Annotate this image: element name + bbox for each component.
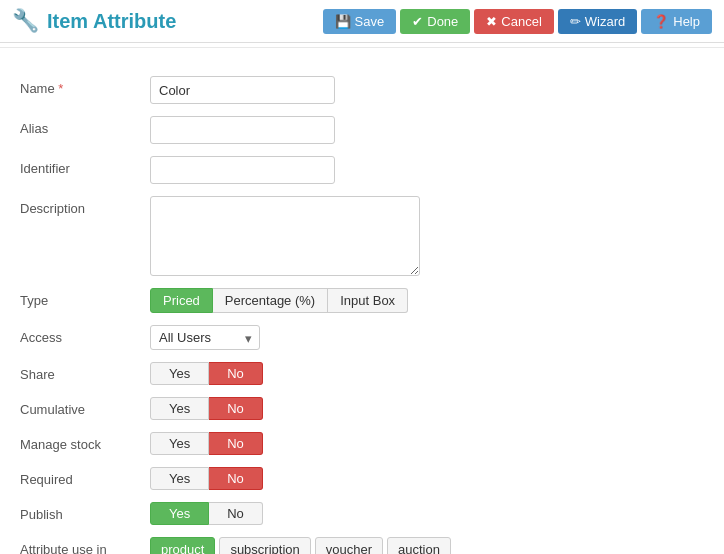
cancel-button[interactable]: ✖ Cancel	[474, 9, 553, 34]
type-inputbox-button[interactable]: Input Box	[328, 288, 408, 313]
alias-label: Alias	[20, 116, 150, 136]
form-area: Name * Alias Identifier Description Type…	[0, 60, 724, 554]
access-row: Access All Users Logged In Guest	[20, 325, 704, 350]
manage-stock-label: Manage stock	[20, 432, 150, 452]
cumulative-no-button[interactable]: No	[209, 397, 263, 420]
required-yes-button[interactable]: Yes	[150, 467, 209, 490]
attr-use-in-label: Attribute use in	[20, 537, 150, 554]
publish-toggle: Yes No	[150, 502, 263, 525]
share-row: Share Yes No	[20, 362, 704, 385]
name-input[interactable]	[150, 76, 335, 104]
attr-voucher-button[interactable]: voucher	[315, 537, 383, 554]
cumulative-row: Cumulative Yes No	[20, 397, 704, 420]
wizard-icon: ✏	[570, 14, 581, 29]
required-label: Required	[20, 467, 150, 487]
cumulative-toggle: Yes No	[150, 397, 263, 420]
type-label: Type	[20, 288, 150, 308]
attr-subscription-button[interactable]: subscription	[219, 537, 310, 554]
save-button[interactable]: 💾 Save	[323, 9, 397, 34]
top-buttons: 💾 Save ✔ Done ✖ Cancel ✏ Wizard ❓ Help	[323, 9, 712, 34]
name-row: Name *	[20, 76, 704, 104]
top-bar: 🔧 Item Attribute 💾 Save ✔ Done ✖ Cancel …	[0, 0, 724, 43]
page-title-text: Item Attribute	[47, 10, 176, 33]
alias-row: Alias	[20, 116, 704, 144]
manage-stock-yes-button[interactable]: Yes	[150, 432, 209, 455]
description-input[interactable]	[150, 196, 420, 276]
access-select[interactable]: All Users Logged In Guest	[150, 325, 260, 350]
name-required: *	[58, 81, 63, 96]
share-no-button[interactable]: No	[209, 362, 263, 385]
identifier-row: Identifier	[20, 156, 704, 184]
access-label: Access	[20, 325, 150, 345]
type-priced-button[interactable]: Priced	[150, 288, 213, 313]
description-label: Description	[20, 196, 150, 216]
share-label: Share	[20, 362, 150, 382]
attr-use-in-button-group: product subscription voucher auction	[150, 537, 451, 554]
type-button-group: Priced Percentage (%) Input Box	[150, 288, 408, 313]
manage-stock-row: Manage stock Yes No	[20, 432, 704, 455]
manage-stock-toggle: Yes No	[150, 432, 263, 455]
page-title: 🔧 Item Attribute	[12, 8, 176, 34]
manage-stock-no-button[interactable]: No	[209, 432, 263, 455]
type-percentage-button[interactable]: Percentage (%)	[213, 288, 328, 313]
attr-use-in-row: Attribute use in product subscription vo…	[20, 537, 704, 554]
done-icon: ✔	[412, 14, 423, 29]
help-button[interactable]: ❓ Help	[641, 9, 712, 34]
identifier-input[interactable]	[150, 156, 335, 184]
help-icon: ❓	[653, 14, 669, 29]
required-no-button[interactable]: No	[209, 467, 263, 490]
publish-no-button[interactable]: No	[209, 502, 263, 525]
attr-auction-button[interactable]: auction	[387, 537, 451, 554]
type-row: Type Priced Percentage (%) Input Box	[20, 288, 704, 313]
required-toggle: Yes No	[150, 467, 263, 490]
attr-product-button[interactable]: product	[150, 537, 215, 554]
access-select-wrap: All Users Logged In Guest	[150, 325, 260, 350]
required-row: Required Yes No	[20, 467, 704, 490]
save-icon: 💾	[335, 14, 351, 29]
cumulative-yes-button[interactable]: Yes	[150, 397, 209, 420]
identifier-label: Identifier	[20, 156, 150, 176]
publish-row: Publish Yes No	[20, 502, 704, 525]
wizard-button[interactable]: ✏ Wizard	[558, 9, 637, 34]
cumulative-label: Cumulative	[20, 397, 150, 417]
share-yes-button[interactable]: Yes	[150, 362, 209, 385]
done-button[interactable]: ✔ Done	[400, 9, 470, 34]
description-row: Description	[20, 196, 704, 276]
alias-input[interactable]	[150, 116, 335, 144]
item-attribute-icon: 🔧	[12, 8, 39, 34]
name-label: Name *	[20, 76, 150, 96]
cancel-icon: ✖	[486, 14, 497, 29]
publish-yes-button[interactable]: Yes	[150, 502, 209, 525]
publish-label: Publish	[20, 502, 150, 522]
share-toggle: Yes No	[150, 362, 263, 385]
